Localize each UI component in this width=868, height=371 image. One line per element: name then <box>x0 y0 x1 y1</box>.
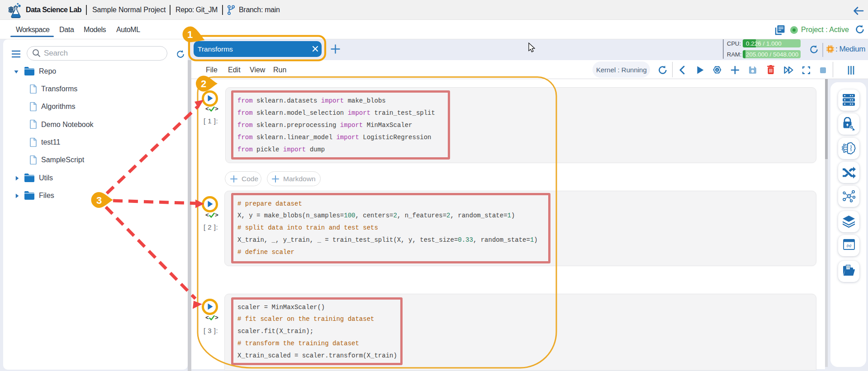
svg-text:(x): (x) <box>847 243 852 248</box>
